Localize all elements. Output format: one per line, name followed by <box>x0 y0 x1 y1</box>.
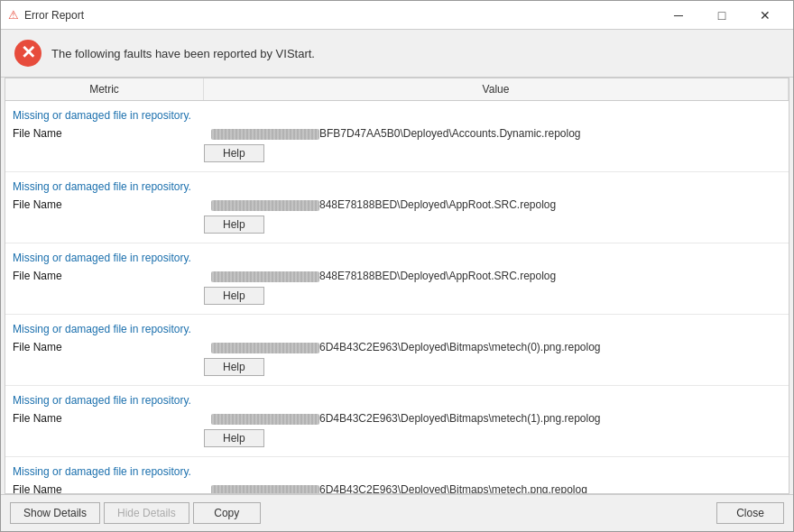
fault-title-value <box>204 179 789 182</box>
fault-title: Missing or damaged file in repository. <box>5 321 204 337</box>
fault-title-value <box>204 463 789 467</box>
fault-filename-row: File Name░░░░░░░░░░░░░░░░░░848E78188BED\… <box>5 196 789 214</box>
redacted-path: ░░░░░░░░░░░░░░░░░░ <box>211 485 319 493</box>
fault-filename-row: File Name░░░░░░░░░░░░░░░░░░848E78188BED\… <box>5 267 789 285</box>
fault-metric-label: File Name <box>5 268 204 284</box>
fault-file-value: ░░░░░░░░░░░░░░░░░░848E78188BED\Deployed\… <box>204 197 789 213</box>
help-row: Help <box>5 214 789 235</box>
fault-title: Missing or damaged file in repository. <box>5 392 204 408</box>
fault-filename-row: File Name░░░░░░░░░░░░░░░░░░6D4B43C2E963\… <box>5 409 789 427</box>
fault-title: Missing or damaged file in repository. <box>5 107 204 124</box>
fault-title: Missing or damaged file in repository. <box>5 179 204 195</box>
title-bar: ⚠ Error Report ─ □ ✕ <box>1 1 793 30</box>
fault-file-value: ░░░░░░░░░░░░░░░░░░6D4B43C2E963\Deployed\… <box>204 410 789 427</box>
help-row: Help <box>5 427 789 449</box>
fault-file-value: ░░░░░░░░░░░░░░░░░░BFB7D47AA5B0\Deployed\… <box>204 125 789 142</box>
footer-right: Close <box>716 502 784 524</box>
fault-file-value: ░░░░░░░░░░░░░░░░░░6D4B43C2E963\Deployed\… <box>204 482 789 493</box>
redacted-path: ░░░░░░░░░░░░░░░░░░ <box>211 414 319 425</box>
fault-file-value: ░░░░░░░░░░░░░░░░░░848E78188BED\Deployed\… <box>204 268 789 284</box>
error-report-window: ⚠ Error Report ─ □ ✕ ✕ The following fau… <box>0 0 794 532</box>
fault-title-value <box>204 321 789 325</box>
fault-filename-row: File Name░░░░░░░░░░░░░░░░░░BFB7D47AA5B0\… <box>5 124 789 142</box>
fault-group: Missing or damaged file in repository.Fi… <box>5 386 789 457</box>
footer-left: Show Details Hide Details Copy <box>10 502 261 524</box>
help-button[interactable]: Help <box>204 429 264 447</box>
redacted-path: ░░░░░░░░░░░░░░░░░░ <box>211 129 319 140</box>
fault-title: Missing or damaged file in repository. <box>5 463 204 480</box>
footer: Show Details Hide Details Copy Close <box>1 494 793 531</box>
fault-group: Missing or damaged file in repository.Fi… <box>5 457 789 493</box>
copy-button[interactable]: Copy <box>193 502 261 524</box>
maximize-button[interactable]: □ <box>701 5 743 26</box>
hide-details-button[interactable]: Hide Details <box>104 502 189 524</box>
fault-title-row: Missing or damaged file in repository. <box>5 463 789 481</box>
fault-metric-label: File Name <box>5 410 204 427</box>
fault-title-value <box>204 250 789 253</box>
header-text: The following faults have been reported … <box>51 47 315 60</box>
fault-title-row: Missing or damaged file in repository. <box>5 178 789 196</box>
help-button[interactable]: Help <box>204 358 264 376</box>
help-row: Help <box>5 356 789 378</box>
fault-filename-row: File Name░░░░░░░░░░░░░░░░░░6D4B43C2E963\… <box>5 338 789 356</box>
fault-filename-row: File Name░░░░░░░░░░░░░░░░░░6D4B43C2E963\… <box>5 481 789 493</box>
table-header: Metric Value <box>5 78 789 101</box>
fault-file-value: ░░░░░░░░░░░░░░░░░░6D4B43C2E963\Deployed\… <box>204 339 789 355</box>
fault-metric-label: File Name <box>5 339 204 355</box>
header-section: ✕ The following faults have been reporte… <box>1 30 793 78</box>
title-bar-controls: ─ □ ✕ <box>658 5 786 26</box>
show-details-button[interactable]: Show Details <box>10 502 100 524</box>
fault-metric-label: File Name <box>5 197 204 213</box>
fault-group: Missing or damaged file in repository.Fi… <box>5 243 789 315</box>
svg-text:✕: ✕ <box>21 42 36 62</box>
close-title-button[interactable]: ✕ <box>744 5 786 26</box>
help-button[interactable]: Help <box>204 287 264 305</box>
help-row: Help <box>5 285 789 307</box>
table-section: Metric Value Missing or damaged file in … <box>5 78 789 494</box>
help-row: Help <box>5 142 789 164</box>
fault-title-value <box>204 107 789 111</box>
fault-title-value <box>204 392 789 396</box>
help-button[interactable]: Help <box>204 144 264 162</box>
fault-title-row: Missing or damaged file in repository. <box>5 106 789 124</box>
fault-title-row: Missing or damaged file in repository. <box>5 249 789 267</box>
help-button[interactable]: Help <box>204 216 264 234</box>
fault-group: Missing or damaged file in repository.Fi… <box>5 315 789 386</box>
fault-title: Missing or damaged file in repository. <box>5 250 204 266</box>
close-button[interactable]: Close <box>716 502 784 524</box>
fault-group: Missing or damaged file in repository.Fi… <box>5 172 789 243</box>
fault-metric-label: File Name <box>5 482 204 493</box>
fault-group: Missing or damaged file in repository.Fi… <box>5 101 789 172</box>
fault-title-row: Missing or damaged file in repository. <box>5 391 789 409</box>
column-header-value: Value <box>204 78 789 100</box>
title-bar-left: ⚠ Error Report <box>8 8 84 22</box>
column-header-metric: Metric <box>5 78 204 100</box>
table-body[interactable]: Missing or damaged file in repository.Fi… <box>5 101 789 493</box>
redacted-path: ░░░░░░░░░░░░░░░░░░ <box>211 200 319 211</box>
redacted-path: ░░░░░░░░░░░░░░░░░░ <box>211 271 319 282</box>
minimize-button[interactable]: ─ <box>658 5 699 26</box>
error-icon: ✕ <box>14 39 42 68</box>
redacted-path: ░░░░░░░░░░░░░░░░░░ <box>211 343 319 353</box>
title-bar-icon: ⚠ <box>8 8 19 22</box>
fault-metric-label: File Name <box>5 125 204 142</box>
fault-title-row: Missing or damaged file in repository. <box>5 320 789 338</box>
window-title: Error Report <box>24 9 84 22</box>
